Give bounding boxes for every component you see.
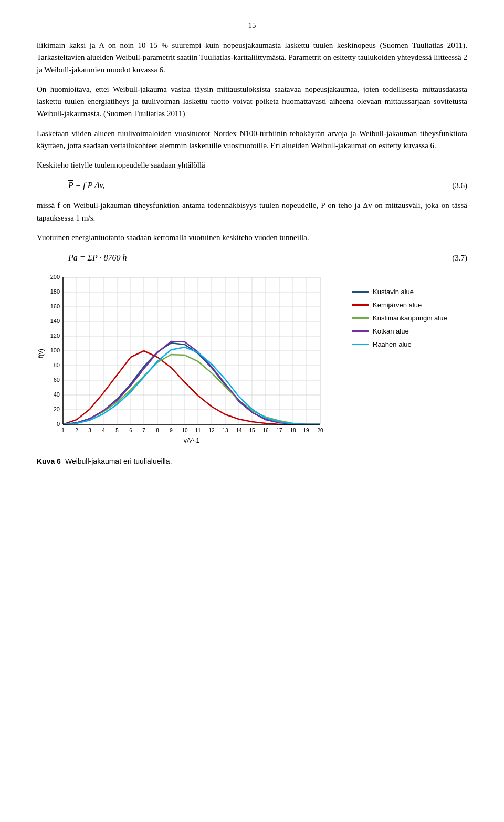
x-axis-label: vA^-1 xyxy=(184,437,200,444)
formula-3-7-text: Pa = ΣP · 8760 h xyxy=(68,253,127,263)
formula-3-6: P = f P Δv, (3.6) xyxy=(68,181,467,190)
paragraph-1: liikimain kaksi ja A on noin 10–15 % suu… xyxy=(37,39,467,76)
x-tick-11: 11 xyxy=(195,428,201,433)
x-tick-16: 16 xyxy=(262,428,269,433)
legend-line-kotkan xyxy=(352,330,369,332)
y-tick-200: 200 xyxy=(50,274,60,280)
y-tick-100: 100 xyxy=(50,347,60,353)
x-tick-10: 10 xyxy=(182,428,188,433)
legend-item-kristiinan: Kristiinankaupungin alue xyxy=(352,314,447,322)
paragraph-2: On huomioitava, ettei Weibull-jakauma va… xyxy=(37,84,467,120)
y-tick-20: 20 xyxy=(54,406,60,412)
x-tick-14: 14 xyxy=(236,428,242,433)
x-tick-20: 20 xyxy=(317,428,323,433)
legend-item-kemijarven: Kemijärven alue xyxy=(352,301,447,309)
x-tick-8: 8 xyxy=(156,428,159,433)
y-tick-80: 80 xyxy=(54,362,60,368)
legend-item-kustavin: Kustavin alue xyxy=(352,288,447,296)
x-tick-6: 6 xyxy=(129,428,132,433)
y-tick-140: 140 xyxy=(50,318,60,324)
chart-legend: Kustavin alue Kemijärven alue Kristiinan… xyxy=(352,272,447,353)
x-tick-5: 5 xyxy=(116,428,119,433)
formula-3-6-number: (3.6) xyxy=(452,181,467,190)
x-tick-2: 2 xyxy=(75,428,78,433)
chart-section: 0 20 40 60 80 100 120 140 160 180 200 f(… xyxy=(37,272,467,465)
legend-label-kristiinan: Kristiinankaupungin alue xyxy=(373,314,447,322)
y-axis-label: f(v) xyxy=(37,349,45,358)
x-tick-9: 9 xyxy=(170,428,173,433)
caption-label: Kuva 6 xyxy=(37,457,61,465)
figure-caption: Kuva 6 Weibull-jakaumat eri tuulialueill… xyxy=(37,457,467,465)
x-tick-19: 19 xyxy=(303,428,309,433)
legend-label-kemijarven: Kemijärven alue xyxy=(373,301,422,309)
x-tick-7: 7 xyxy=(142,428,145,433)
paragraph-3: Lasketaan viiden alueen tuulivoimaloiden… xyxy=(37,128,467,152)
x-tick-3: 3 xyxy=(88,428,91,433)
chart-container: 0 20 40 60 80 100 120 140 160 180 200 f(… xyxy=(37,272,467,453)
y-tick-40: 40 xyxy=(54,391,60,398)
y-tick-0: 0 xyxy=(57,421,60,427)
y-tick-180: 180 xyxy=(50,288,60,295)
page-number: 15 xyxy=(37,21,467,30)
legend-item-raahen: Raahen alue xyxy=(352,340,447,348)
paragraph-6: Vuotuinen energiantuotanto saadaan kerto… xyxy=(37,232,467,244)
x-tick-12: 12 xyxy=(208,428,215,433)
y-tick-60: 60 xyxy=(54,377,60,383)
legend-label-kotkan: Kotkan alue xyxy=(373,327,409,335)
x-tick-15: 15 xyxy=(249,428,255,433)
legend-item-kotkan: Kotkan alue xyxy=(352,327,447,335)
legend-line-kristiinan xyxy=(352,317,369,319)
caption-text: Weibull-jakaumat eri tuulialueilla. xyxy=(65,457,172,465)
legend-line-raahen xyxy=(352,344,369,345)
chart-svg: 0 20 40 60 80 100 120 140 160 180 200 f(… xyxy=(37,272,341,451)
formula-3-6-text: P = f P Δv, xyxy=(68,181,105,190)
legend-line-kustavin xyxy=(352,291,369,293)
formula-3-7: Pa = ΣP · 8760 h (3.7) xyxy=(68,253,467,263)
paragraph-4: Keskiteho tietylle tuulennopeudelle saad… xyxy=(37,159,467,171)
y-tick-160: 160 xyxy=(50,303,60,309)
x-tick-17: 17 xyxy=(276,428,282,433)
chart-area: 0 20 40 60 80 100 120 140 160 180 200 f(… xyxy=(37,272,341,453)
x-tick-18: 18 xyxy=(290,428,296,433)
formula-3-7-number: (3.7) xyxy=(452,254,467,263)
legend-label-raahen: Raahen alue xyxy=(373,340,412,348)
x-tick-4: 4 xyxy=(102,428,105,433)
y-tick-120: 120 xyxy=(50,332,60,339)
paragraph-5: missä f on Weibull-jakauman tiheysfunkti… xyxy=(37,200,467,224)
legend-line-kemijarven xyxy=(352,304,369,306)
legend-label-kustavin: Kustavin alue xyxy=(373,288,414,296)
x-tick-13: 13 xyxy=(222,428,228,433)
x-tick-1: 1 xyxy=(61,428,65,433)
